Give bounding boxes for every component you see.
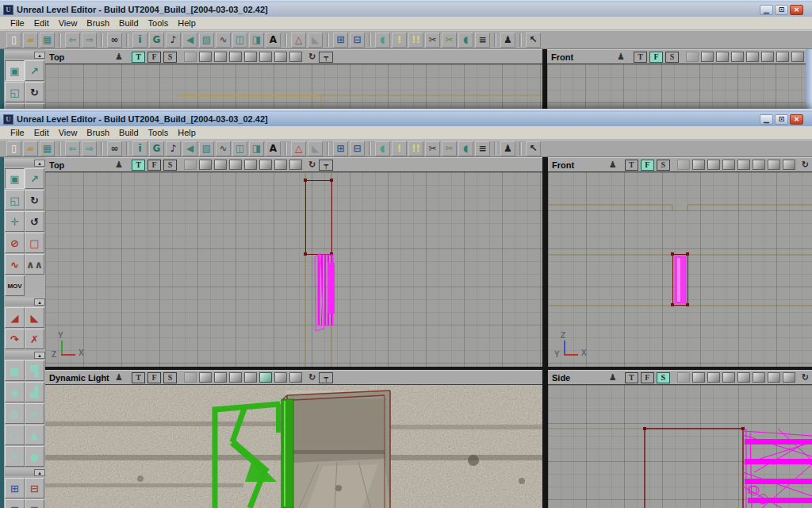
menu-tools[interactable]: Tools bbox=[144, 17, 174, 29]
cone-builder-button[interactable]: ▲ bbox=[25, 425, 44, 445]
translate-brush-button[interactable]: ✛ bbox=[5, 103, 25, 109]
top-viewport-canvas[interactable]: Y Z X bbox=[45, 172, 542, 367]
side-view-button[interactable]: S bbox=[163, 372, 177, 383]
textured-mode-button[interactable] bbox=[737, 160, 750, 170]
clip-rotate-button[interactable]: ↷ bbox=[5, 329, 25, 349]
group-browser-button[interactable]: G bbox=[149, 141, 164, 156]
viewport-joystick-icon[interactable]: ♟ bbox=[113, 160, 124, 170]
face-drag-button[interactable]: □ bbox=[25, 233, 44, 253]
new-map-button[interactable]: ▯ bbox=[6, 141, 21, 156]
texture-usage-mode-button[interactable] bbox=[214, 372, 227, 383]
toolbox-scroll-up-button[interactable]: ▴ bbox=[5, 159, 45, 167]
vertex-editing-button[interactable]: ↗ bbox=[25, 60, 44, 81]
wireframe-mode-button[interactable] bbox=[686, 52, 699, 62]
brush-clip-button[interactable]: ⊘ bbox=[5, 233, 25, 253]
top-view-button[interactable]: T bbox=[132, 52, 145, 63]
tessellated-sheet-builder-button[interactable]: ▦ bbox=[5, 403, 25, 424]
front-view-button[interactable]: F bbox=[641, 160, 654, 171]
top-view-button[interactable]: T bbox=[625, 160, 638, 171]
viewport-joystick-icon[interactable]: ♟ bbox=[608, 372, 618, 383]
titlebar[interactable]: U Unreal Level Editor - Build UT2004_Bui… bbox=[0, 112, 812, 126]
close-button[interactable]: × bbox=[790, 5, 803, 15]
viewport-header[interactable]: Top ♟ TFS ↻ ┯ bbox=[45, 49, 542, 64]
front-view-button[interactable]: F bbox=[649, 52, 663, 63]
redo-button[interactable]: ⇒ bbox=[82, 141, 97, 156]
toolbox-scroll-up-button-4[interactable]: ▴ bbox=[5, 468, 45, 476]
front-view-button[interactable]: F bbox=[147, 52, 161, 63]
camera-mode-button[interactable]: ▣ bbox=[5, 168, 25, 189]
realtime-preview-button[interactable]: ↻ bbox=[308, 372, 316, 383]
depth-complexity-mode-button[interactable] bbox=[776, 52, 789, 62]
front-viewport-canvas[interactable]: Z Y X bbox=[548, 172, 812, 367]
build-all-button[interactable]: ◖ bbox=[458, 141, 473, 156]
build-changed-paths-button[interactable]: ✂ bbox=[442, 33, 457, 48]
toolbox-scroll-up-button-2[interactable]: ▴ bbox=[5, 298, 45, 306]
menu-view[interactable]: View bbox=[54, 17, 82, 29]
mesh-viewer-button[interactable]: ∿ bbox=[216, 141, 231, 156]
lighting-only-mode-button[interactable] bbox=[783, 372, 795, 383]
titlebar[interactable]: U Unreal Level Editor - Build UT2004_Bui… bbox=[0, 2, 812, 17]
side-viewport[interactable]: Side ♟ TFS ↻ bbox=[548, 370, 812, 508]
menu-build[interactable]: Build bbox=[114, 127, 143, 138]
unreal-editor-window-back[interactable]: U Unreal Level Editor - Build UT2004_Bui… bbox=[0, 0, 812, 109]
music-browser-button[interactable]: ♪ bbox=[166, 141, 181, 156]
scale-brush-button[interactable]: ◱ bbox=[5, 82, 25, 102]
build-changed-lighting-button[interactable]: !! bbox=[408, 33, 423, 48]
dynamic-light-viewport-canvas[interactable] bbox=[45, 385, 542, 508]
viewport-joystick-icon[interactable]: ♟ bbox=[113, 52, 124, 62]
build-lighting-button[interactable]: ! bbox=[392, 141, 407, 156]
build-lighting-button[interactable]: ! bbox=[392, 33, 407, 48]
music-browser-button[interactable]: ♪ bbox=[166, 33, 181, 48]
csg-add-button[interactable]: ⊞ bbox=[5, 478, 25, 498]
rotate-in-place-button[interactable]: ↺ bbox=[25, 211, 44, 232]
restore-button[interactable]: ⊡ bbox=[775, 5, 788, 15]
texture-usage-mode-button[interactable] bbox=[707, 160, 720, 170]
cube-builder-button[interactable]: ■ bbox=[5, 360, 25, 381]
prefab-browser-button[interactable]: ◣ bbox=[308, 33, 323, 48]
realtime-preview-button[interactable]: ↻ bbox=[802, 160, 809, 170]
viewport-joystick-icon[interactable]: ♟ bbox=[113, 372, 124, 383]
new-map-button[interactable]: ▯ bbox=[6, 33, 21, 48]
textured-mode-button[interactable] bbox=[244, 160, 257, 170]
depth-complexity-mode-button[interactable] bbox=[768, 160, 780, 170]
viewport-header[interactable]: Side ♟ TFS ↻ bbox=[548, 370, 812, 385]
clip-delete-button[interactable]: ✗ bbox=[25, 329, 44, 349]
minimize-button[interactable]: ▁ bbox=[760, 114, 773, 125]
side-view-button[interactable]: S bbox=[163, 52, 177, 63]
redo-button[interactable]: ⇒ bbox=[82, 33, 97, 48]
rotate-brush-button[interactable]: ↻ bbox=[25, 190, 44, 210]
actor-class-browser-button[interactable]: △ bbox=[291, 141, 306, 156]
top-view-button[interactable]: T bbox=[634, 52, 647, 63]
font-browser-button[interactable]: A bbox=[266, 33, 281, 48]
menu-help[interactable]: Help bbox=[173, 127, 201, 138]
textured-mode-button[interactable] bbox=[746, 52, 759, 62]
save-map-button[interactable]: ▦ bbox=[40, 33, 55, 48]
build-geometry-button[interactable]: ◖ bbox=[375, 33, 390, 48]
open-map-button[interactable]: ▰ bbox=[23, 33, 38, 48]
textured-mode-button[interactable] bbox=[244, 52, 257, 62]
curved-stair-builder-button[interactable]: ▜ bbox=[25, 360, 44, 381]
texture-browser-button[interactable]: ▧ bbox=[199, 141, 214, 156]
viewport-joystick-icon[interactable]: ♟ bbox=[608, 160, 618, 170]
texture-usage-mode-button[interactable] bbox=[214, 52, 227, 62]
scale-brush-button[interactable]: ◱ bbox=[5, 190, 25, 210]
layer-browser-button[interactable]: ⊟ bbox=[350, 141, 365, 156]
translate-brush-button[interactable]: ✛ bbox=[5, 211, 25, 232]
lighting-only-mode-button[interactable] bbox=[783, 160, 795, 170]
csg-intersect-button[interactable]: ⊠ bbox=[5, 499, 25, 508]
realtime-preview-button[interactable]: ↻ bbox=[308, 160, 316, 170]
linear-stair-builder-button[interactable]: ▟ bbox=[25, 382, 44, 402]
font-browser-button[interactable]: A bbox=[266, 141, 281, 156]
terrain-edit-button[interactable]: ∧∧ bbox=[25, 254, 44, 275]
build-changed-lighting-button[interactable]: !! bbox=[408, 141, 423, 156]
viewport-header[interactable]: Top ♟ TFS ↻ ┯ bbox=[45, 157, 542, 172]
zone-portal-mode-button[interactable] bbox=[692, 160, 705, 170]
toolbox-scroll-up-button-3[interactable]: ▴ bbox=[5, 351, 45, 359]
depth-complexity-mode-button[interactable] bbox=[768, 372, 780, 383]
front-view-button[interactable]: F bbox=[147, 160, 161, 171]
bsp-cuts-mode-button[interactable] bbox=[722, 160, 735, 170]
menu-file[interactable]: File bbox=[6, 17, 29, 29]
sound-browser-button[interactable]: ◀ bbox=[182, 33, 197, 48]
csg-deintersect-button[interactable]: ⊡ bbox=[25, 499, 44, 508]
context-help-button[interactable]: ↖ bbox=[526, 141, 541, 156]
